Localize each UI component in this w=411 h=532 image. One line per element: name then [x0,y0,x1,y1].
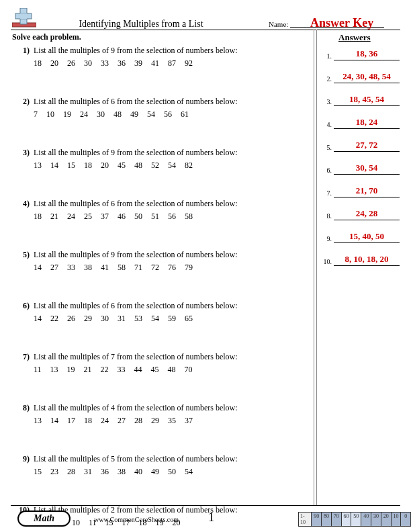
score-cell: 0 [401,512,411,527]
problem-prompt: List all the multiples of 9 from the sel… [34,46,308,56]
answer-value: 18, 36 [334,48,400,60]
answer-value: 27, 72 [334,140,400,152]
problem-numbers: 11 13 19 21 22 33 44 45 48 70 [34,365,308,375]
divider-line [316,30,317,505]
answer-row: 2. 24, 30, 48, 54 [322,70,400,83]
score-cell: 70 [332,512,342,527]
svg-rect-3 [20,13,27,19]
answer-index: 3. [322,98,334,106]
problem-row: 5) List all the multiples of 9 from the … [12,250,308,273]
answer-row: 10. 8, 10, 18, 20 [322,253,400,266]
divider-line [314,30,314,505]
answer-value: 8, 10, 18, 20 [334,254,400,266]
problem-prompt: List all the multiples of 4 from the sel… [34,403,308,413]
score-cell: 20 [381,512,392,527]
answer-row: 1. 18, 36 [322,47,400,60]
answer-index: 5. [322,144,334,152]
problem-row: 9) List all the multiples of 5 from the … [12,454,308,477]
problem-prompt: List all the multiples of 2 from the sel… [34,505,308,515]
footer-url: www.CommonCoreSheets.com [94,516,179,523]
score-strip: 1-10 90 80 70 60 50 40 30 20 10 0 [298,512,411,527]
problem-prompt: List all the multiples of 6 from the sel… [34,199,308,209]
score-cell: 30 [371,512,381,527]
answer-row: 8. 24, 28 [322,207,400,220]
problem-number: 3) [12,148,34,171]
answer-value: 18, 45, 54 [334,94,400,106]
problems-list: 1) List all the multiples of 9 from the … [12,46,308,532]
answer-value: 21, 70 [334,185,400,197]
score-cell: 90 [312,512,322,527]
problem-row: 6) List all the multiples of 6 from the … [12,301,308,324]
answers-header: Answers [338,32,371,43]
problem-numbers: 15 23 28 31 36 38 40 49 50 54 [34,467,308,477]
instruction: Solve each problem. [12,32,81,42]
problem-number: 4) [12,199,34,222]
score-cell: 40 [361,512,371,527]
problem-numbers: 18 20 26 30 33 36 39 41 87 92 [34,58,308,69]
problem-prompt: List all the multiples of 9 from the sel… [34,250,308,260]
problem-number: 9) [12,454,34,477]
answer-value: 24, 28 [334,208,400,220]
score-cell: 60 [342,512,352,527]
problem-row: 3) List all the multiples of 9 from the … [12,148,308,171]
problem-number: 6) [12,301,34,324]
answers-list: 1. 18, 36 2. 24, 30, 48, 54 3. 18, 45, 5… [322,47,400,275]
problem-numbers: 14 27 33 38 41 58 71 72 76 79 [34,263,308,273]
problem-numbers: 13 14 15 18 20 45 48 52 54 82 [34,161,308,171]
problem-numbers: 7 10 19 24 30 48 49 54 56 61 [34,109,308,120]
problem-number: 7) [12,352,34,375]
problem-numbers: 13 14 17 18 24 27 28 29 35 37 [34,416,308,426]
footer-rule [11,505,400,506]
answer-row: 6. 30, 54 [322,161,400,175]
answer-index: 10. [322,258,334,266]
worksheet-title: Identifying Multiples from a List [0,19,282,30]
problem-prompt: List all the multiples of 9 from the sel… [34,148,308,158]
problem-prompt: List all the multiples of 7 from the sel… [34,352,308,362]
answer-index: 1. [322,52,334,60]
answer-index: 4. [322,121,334,129]
score-cell: 80 [322,512,332,527]
answer-index: 6. [322,167,334,175]
answer-value: 30, 54 [334,163,400,175]
answer-row: 7. 21, 70 [322,184,400,197]
answer-row: 3. 18, 45, 54 [322,93,400,106]
problem-row: 1) List all the multiples of 9 from the … [12,46,308,69]
problem-row: 2) List all the multiples of 6 from the … [12,97,308,120]
problem-number: 1) [12,46,34,69]
problem-row: 7) List all the multiples of 7 from the … [12,352,308,375]
score-range-label: 1-10 [298,512,312,527]
answer-index: 7. [322,189,334,197]
footer-subject: Math [17,511,71,527]
answer-value: 15, 40, 50 [334,231,400,243]
answer-row: 4. 18, 24 [322,116,400,129]
problem-prompt: List all the multiples of 6 from the sel… [34,301,308,311]
problem-prompt: List all the multiples of 6 from the sel… [34,97,308,107]
answer-index: 2. [322,75,334,83]
problem-row: 4) List all the multiples of 6 from the … [12,199,308,222]
answer-key-label: Answer Key [310,16,373,30]
answer-value: 18, 24 [334,117,400,129]
footer-page-number: 1 [208,511,214,525]
problem-number: 2) [12,97,34,120]
answer-index: 9. [322,235,334,243]
name-label: Name: [269,20,288,28]
problem-number: 8) [12,403,34,426]
top-rule [11,30,400,30]
answer-value: 24, 30, 48, 54 [334,71,400,83]
problem-numbers: 14 22 26 29 30 31 53 54 59 65 [34,314,308,324]
answer-row: 5. 27, 72 [322,138,400,152]
problem-row: 8) List all the multiples of 4 from the … [12,403,308,426]
problem-prompt: List all the multiples of 5 from the sel… [34,454,308,464]
problem-number: 5) [12,250,34,273]
answer-row: 9. 15, 40, 50 [322,230,400,243]
answer-index: 8. [322,212,334,220]
score-cell: 50 [351,512,361,527]
score-cell: 10 [392,512,402,527]
problem-numbers: 18 21 24 25 37 46 50 51 56 58 [34,212,308,222]
